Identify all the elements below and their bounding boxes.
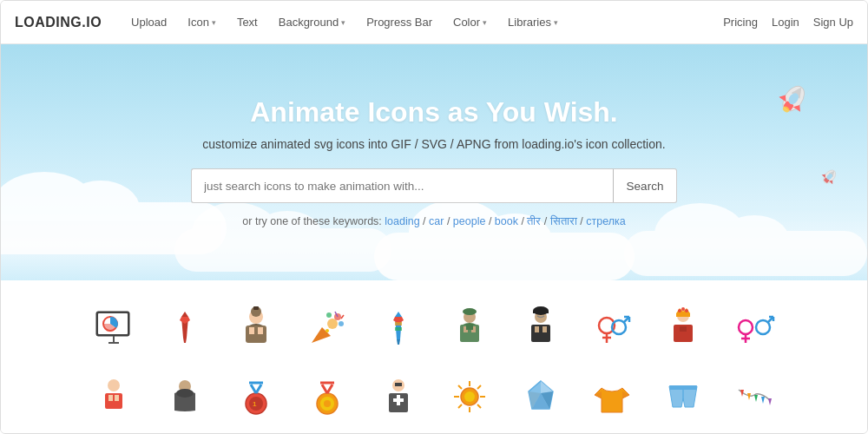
nav-progressbar[interactable]: Progress Bar [358,10,441,34]
svg-line-104 [477,385,481,389]
keyword-loading[interactable]: loading [385,215,419,227]
nav-background[interactable]: Background ▾ [270,10,354,34]
svg-rect-26 [253,306,259,310]
icon-priest[interactable] [367,365,430,428]
icon-presentation[interactable] [82,296,145,358]
search-input[interactable] [191,168,613,203]
svg-line-103 [477,404,481,408]
svg-line-82 [256,385,261,393]
svg-rect-51 [533,311,549,313]
nav-login[interactable]: Login [772,16,799,29]
svg-line-88 [327,385,332,393]
cloud-2 [174,228,391,272]
svg-point-31 [339,321,344,326]
icon-medal[interactable]: 1 [225,365,287,428]
svg-line-102 [458,385,462,389]
icon-crystal[interactable] [510,365,572,428]
rocket-large [767,79,815,130]
icon-tie[interactable] [154,296,216,358]
nav-icon[interactable]: Icon ▾ [179,10,225,34]
icon-gender[interactable] [581,296,643,358]
hero-title: Animate Icons as You Wish. [250,96,618,128]
keyword-people[interactable]: people [453,215,486,227]
icon-person-red[interactable] [82,365,145,428]
icon-bunting[interactable] [723,365,786,428]
keyword-book[interactable]: book [495,215,518,227]
icon-gold-medal[interactable] [296,365,358,428]
svg-point-64 [681,307,685,311]
hero-section: Animate Icons as You Wish. customize ani… [1,44,867,280]
svg-marker-107 [541,381,553,393]
svg-rect-44 [466,325,473,330]
icon-ribbon[interactable] [367,296,430,358]
libraries-dropdown-arrow: ▾ [554,18,558,27]
svg-point-63 [685,309,688,312]
icon-sun-rays[interactable] [438,365,501,428]
nav-pricing[interactable]: Pricing [723,16,758,29]
icon-spy[interactable] [510,296,572,358]
nav-color[interactable]: Color ▾ [444,10,496,34]
icons-row-1 [18,296,850,358]
svg-marker-116 [761,397,765,404]
svg-point-66 [739,320,753,334]
cloud-3 [374,233,635,280]
nav-right: Pricing Login Sign Up [723,16,853,29]
svg-point-28 [327,319,338,329]
svg-line-33 [341,315,344,319]
brand-logo[interactable]: LOADING.IO [15,15,102,30]
svg-rect-49 [542,326,547,332]
nav-text[interactable]: Text [228,10,266,34]
svg-rect-37 [395,322,402,326]
svg-point-30 [326,312,332,318]
icons-row-2: 1 [18,365,850,428]
navbar: LOADING.IO Upload Icon ▾ Text Background… [1,1,867,44]
svg-marker-20 [183,338,187,343]
background-dropdown-arrow: ▾ [341,18,345,27]
icon-shorts[interactable] [652,365,714,428]
hero-keywords: or try one of these keywords: loading / … [242,215,625,228]
search-container: Search [191,168,677,203]
icon-hooded[interactable] [154,365,216,428]
icons-section: 1 [1,280,867,434]
svg-rect-75 [108,395,113,401]
svg-marker-117 [768,398,772,405]
hero-subtitle: customize animated svg icons into GIF / … [202,137,665,151]
icon-officer[interactable] [225,296,287,358]
svg-rect-38 [395,327,402,331]
keyword-russian[interactable]: стрелка [586,215,625,227]
rocket-small [815,166,841,195]
color-dropdown-arrow: ▾ [483,18,487,27]
icon-party-popper[interactable] [296,296,358,358]
svg-point-73 [108,379,120,391]
search-button[interactable]: Search [613,168,677,203]
keyword-hindi2[interactable]: सितारा [550,215,577,227]
keyword-hindi1[interactable]: तीर [527,215,541,227]
svg-marker-114 [747,393,751,400]
nav-signup[interactable]: Sign Up [813,16,853,29]
nav-left: Upload Icon ▾ Text Background ▾ Progress… [122,10,723,34]
cloud-4 [624,231,867,276]
icon-king[interactable] [652,296,714,358]
svg-line-81 [251,385,256,393]
svg-rect-24 [258,327,263,334]
svg-rect-22 [246,326,266,343]
svg-rect-47 [531,325,550,342]
keyword-car[interactable]: car [429,215,444,227]
svg-marker-39 [397,339,400,345]
svg-rect-65 [680,326,687,332]
nav-libraries[interactable]: Libraries ▾ [499,10,567,34]
icon-gender-linked[interactable] [723,296,786,358]
svg-rect-74 [105,393,122,409]
svg-marker-19 [180,317,190,324]
icon-tshirt[interactable] [581,365,643,428]
nav-upload[interactable]: Upload [122,10,175,34]
icon-soldier[interactable] [438,296,501,358]
svg-marker-18 [181,312,188,338]
svg-point-78 [176,389,194,398]
svg-point-97 [464,391,475,402]
svg-point-90 [324,400,331,407]
svg-rect-76 [115,395,119,401]
svg-rect-95 [395,383,402,386]
svg-point-69 [756,320,770,334]
svg-rect-23 [249,327,254,334]
